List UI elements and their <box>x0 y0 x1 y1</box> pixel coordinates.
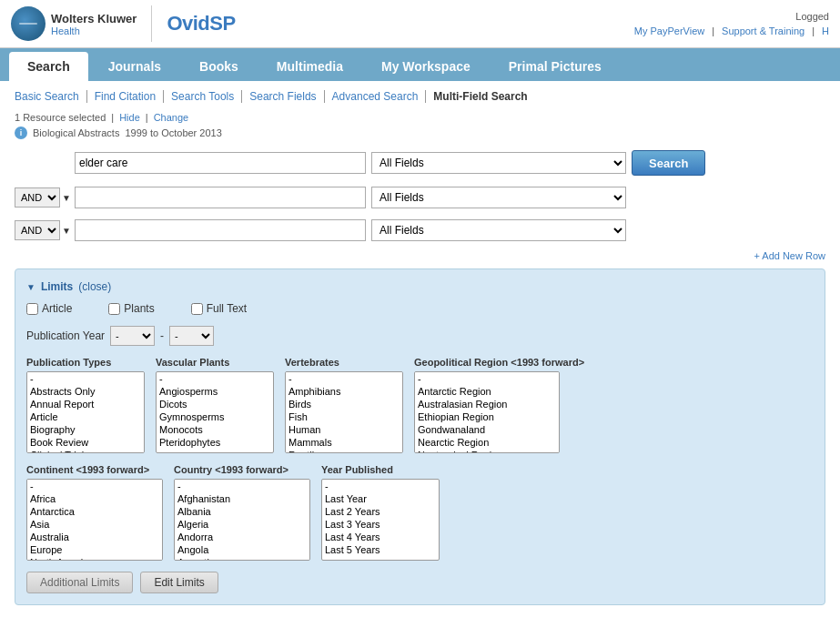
continent-label: Continent <1993 forward> <box>26 464 163 475</box>
search-rows: All Fields Title Abstract Author Source … <box>15 150 825 247</box>
search-row-1: All Fields Title Abstract Author Source … <box>15 150 825 176</box>
limits-close-link[interactable]: (close) <box>78 280 111 293</box>
vertebrates-select[interactable]: - Amphibians Birds Fish Human Mammals Re… <box>285 371 403 453</box>
article-checkbox[interactable] <box>26 303 38 315</box>
operator-select-3[interactable]: AND OR NOT <box>15 220 60 240</box>
hide-link[interactable]: Hide <box>119 112 140 123</box>
add-new-row-link[interactable]: + Add New Row <box>754 250 825 261</box>
continent-group: Continent <1993 forward> - Africa Antarc… <box>26 464 163 561</box>
search-type-links: Basic Search Find Citation Search Tools … <box>15 90 825 103</box>
vertebrates-label: Vertebrates <box>285 357 403 368</box>
support-training-link[interactable]: Support & Training <box>722 25 805 36</box>
logged-in-status: Logged <box>795 11 829 22</box>
field-select-1[interactable]: All Fields Title Abstract Author Source <box>371 152 626 174</box>
pub-year-label: Publication Year <box>26 329 105 342</box>
vascular-plants-select[interactable]: - Angiosperms Dicots Gymnosperms Monocot… <box>156 371 274 453</box>
search-input-3[interactable] <box>75 219 366 241</box>
search-input-1[interactable] <box>75 152 366 174</box>
additional-limits-button[interactable]: Additional Limits <box>26 572 133 593</box>
edit-limits-button[interactable]: Edit Limits <box>140 572 218 593</box>
wk-globe-icon <box>11 6 46 41</box>
vascular-plants-group: Vascular Plants - Angiosperms Dicots Gym… <box>156 357 274 453</box>
add-row-container: + Add New Row <box>15 250 825 261</box>
top-bar: Wolters Kluwer Health OvidSP Logged My P… <box>0 0 840 48</box>
geopolitical-label: Geopolitical Region <1993 forward> <box>414 357 584 368</box>
tab-primal[interactable]: Primal Pictures <box>491 52 620 81</box>
search-input-2[interactable] <box>75 187 366 208</box>
logo-area: Wolters Kluwer Health OvidSP <box>11 5 236 42</box>
checkbox-fulltext[interactable]: Full Text <box>191 302 247 315</box>
search-tools-link[interactable]: Search Tools <box>164 90 242 103</box>
search-row-3: AND OR NOT ▼ All Fields Title Abstract A… <box>15 219 825 241</box>
main-content: Basic Search Find Citation Search Tools … <box>0 81 840 614</box>
bottom-buttons: Additional Limits Edit Limits <box>26 572 814 593</box>
wk-text: Wolters Kluwer Health <box>51 12 137 36</box>
country-label: Country <1993 forward> <box>174 464 310 475</box>
top-links: My PayPerView | Support & Training | H <box>634 25 829 36</box>
field-select-3[interactable]: All Fields Title Abstract Author Source <box>371 219 626 241</box>
limits-triangle-icon: ▼ <box>26 282 35 292</box>
tab-multimedia[interactable]: Multimedia <box>258 52 361 81</box>
geopolitical-select[interactable]: - Antarctic Region Australasian Region E… <box>414 371 560 453</box>
resource-name: Biological Abstracts <box>33 127 119 138</box>
tab-workspace[interactable]: My Workspace <box>363 52 489 81</box>
pub-year-row: Publication Year - 1999200020012002 2003… <box>26 326 814 346</box>
country-select[interactable]: - Afghanistan Albania Algeria Andorra An… <box>174 479 310 561</box>
brand-name: Wolters Kluwer <box>51 12 137 25</box>
search-row-2: AND OR NOT ▼ All Fields Title Abstract A… <box>15 187 825 208</box>
list-boxes-row-1: Publication Types - Abstracts Only Annua… <box>26 357 814 453</box>
nav-tabs: Search Journals Books Multimedia My Work… <box>0 48 840 81</box>
tab-search[interactable]: Search <box>9 52 88 81</box>
resource-count: 1 Resource selected <box>15 112 106 123</box>
pub-types-select[interactable]: - Abstracts Only Annual Report Article B… <box>26 371 145 453</box>
pub-year-from-select[interactable]: - 1999200020012002 2003200420052006 2007… <box>110 326 155 346</box>
fulltext-checkbox[interactable] <box>191 303 203 315</box>
continent-select[interactable]: - Africa Antarctica Asia Australia Europ… <box>26 479 163 561</box>
plants-checkbox[interactable] <box>108 303 120 315</box>
limits-section: ▼ Limits (close) Article Plants Full Tex… <box>15 268 825 605</box>
wk-logo: Wolters Kluwer Health <box>11 6 137 41</box>
pub-types-group: Publication Types - Abstracts Only Annua… <box>26 357 145 453</box>
year-published-label: Year Published <box>321 464 440 475</box>
country-group: Country <1993 forward> - Afghanistan Alb… <box>174 464 310 561</box>
list-boxes-row-2: Continent <1993 forward> - Africa Antarc… <box>26 464 814 561</box>
advanced-search-link[interactable]: Advanced Search <box>325 90 427 103</box>
geopolitical-group: Geopolitical Region <1993 forward> - Ant… <box>414 357 584 453</box>
tab-books[interactable]: Books <box>181 52 257 81</box>
limits-title: Limits <box>41 280 73 293</box>
help-link[interactable]: H <box>822 25 829 36</box>
brand-sub: Health <box>51 25 137 36</box>
product-name: OvidSP <box>167 12 235 35</box>
search-button[interactable]: Search <box>632 150 705 176</box>
payper-view-link[interactable]: My PayPerView <box>634 25 704 36</box>
basic-search-link[interactable]: Basic Search <box>15 90 87 103</box>
year-published-group: Year Published - Last Year Last 2 Years … <box>321 464 440 561</box>
year-published-select[interactable]: - Last Year Last 2 Years Last 3 Years La… <box>321 479 440 561</box>
pub-year-to-select[interactable]: - 1999200020012002 2003200420052006 2007… <box>169 326 214 346</box>
change-link[interactable]: Change <box>154 112 189 123</box>
vascular-plants-label: Vascular Plants <box>156 357 274 368</box>
operator-select-2[interactable]: AND OR NOT <box>15 187 60 208</box>
resource-dates: 1999 to October 2013 <box>125 127 221 138</box>
multi-field-search-link[interactable]: Multi-Field Search <box>426 90 534 103</box>
search-fields-link[interactable]: Search Fields <box>242 90 324 103</box>
limits-header: ▼ Limits (close) <box>26 280 814 293</box>
resource-info: i Biological Abstracts 1999 to October 2… <box>15 127 825 139</box>
vertebrates-group: Vertebrates - Amphibians Birds Fish Huma… <box>285 357 403 453</box>
field-select-2[interactable]: All Fields Title Abstract Author Source <box>371 187 626 208</box>
tab-journals[interactable]: Journals <box>90 52 179 81</box>
checkboxes-row: Article Plants Full Text <box>26 302 814 315</box>
checkbox-plants[interactable]: Plants <box>108 302 154 315</box>
pub-types-label: Publication Types <box>26 357 145 368</box>
top-right: Logged My PayPerView | Support & Trainin… <box>634 11 829 36</box>
resource-bar: 1 Resource selected | Hide | Change <box>15 112 825 123</box>
find-citation-link[interactable]: Find Citation <box>87 90 164 103</box>
checkbox-article[interactable]: Article <box>26 302 72 315</box>
info-icon: i <box>15 127 27 139</box>
logo-divider <box>151 5 152 42</box>
